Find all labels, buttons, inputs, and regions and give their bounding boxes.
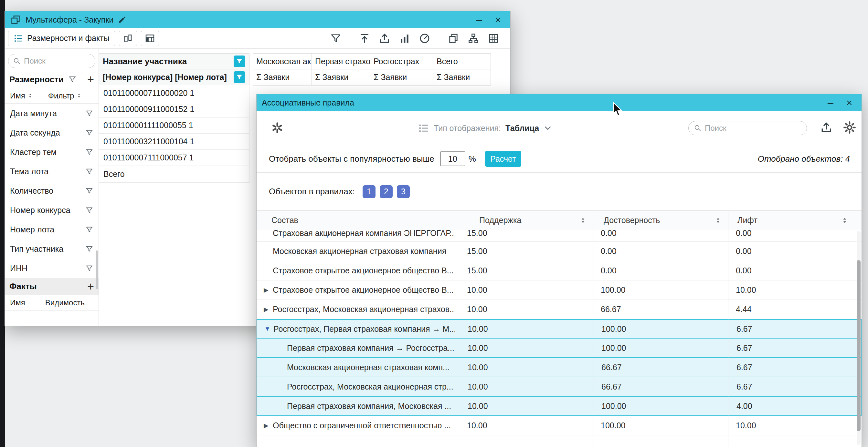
- expand-icon[interactable]: ▶: [264, 300, 269, 319]
- sidebar-item[interactable]: Номер лота: [5, 220, 99, 239]
- calc-button[interactable]: Расчет: [485, 151, 521, 167]
- close-button[interactable]: ×: [491, 12, 505, 28]
- filter-icon[interactable]: [85, 187, 93, 195]
- export-icon[interactable]: [820, 122, 833, 134]
- filter-icon[interactable]: [85, 168, 93, 176]
- dimensions-facts-button[interactable]: Размерности и факты: [8, 31, 115, 46]
- filter-icon[interactable]: [330, 33, 342, 44]
- pivot-row-subheader[interactable]: [Номер конкурса] [Номер лота]: [99, 69, 249, 85]
- sidebar-item[interactable]: Дата минута: [5, 104, 99, 123]
- objects-label: Объектов в правилах:: [269, 186, 355, 197]
- object-count-button[interactable]: 3: [397, 185, 410, 198]
- display-type-dropdown[interactable]: Тип отображения: Таблица: [418, 111, 552, 145]
- sidebar-item[interactable]: Кластер тем: [5, 142, 99, 162]
- pivot-row[interactable]: 0101100001111000055 1: [99, 117, 249, 134]
- filter-icon[interactable]: [85, 148, 93, 156]
- pivot-col-header[interactable]: Московская ак: [253, 53, 312, 69]
- filter-icon[interactable]: [85, 129, 93, 137]
- rules-row[interactable]: ▶ Общество с ограниченной ответственност…: [256, 416, 862, 435]
- rules-search-input[interactable]: [705, 124, 801, 133]
- rules-row[interactable]: ▶ Росгосстрах, Московская акционерная ст…: [256, 300, 862, 319]
- pivot-row[interactable]: 0101100000711000020 1: [99, 85, 249, 101]
- sidebar-item[interactable]: Тема лота: [5, 162, 99, 181]
- rules-minimize-button[interactable]: –: [824, 95, 838, 111]
- expand-icon[interactable]: ▶: [264, 280, 269, 300]
- popularity-input[interactable]: [440, 151, 465, 166]
- col-header-podderzhka[interactable]: Поддержка: [479, 211, 521, 230]
- rules-row[interactable]: Страховая акционерная компания ЭНЕРГОГАР…: [256, 230, 862, 242]
- pivot-grid-icon[interactable]: [488, 33, 499, 44]
- rules-scrollbar[interactable]: [857, 231, 861, 445]
- sidebar-item[interactable]: Тип участника: [5, 239, 99, 259]
- filter-icon[interactable]: [85, 109, 93, 117]
- pivot-row-label: 0101100000911000152 1: [103, 105, 194, 114]
- sidebar-item[interactable]: Количество: [5, 181, 99, 200]
- rules-close-button[interactable]: ×: [842, 95, 856, 111]
- header-filter-button[interactable]: [234, 56, 245, 67]
- import-icon[interactable]: [359, 33, 370, 44]
- dimensions-filter-icon[interactable]: [68, 75, 76, 83]
- copy-pages-icon[interactable]: [447, 33, 459, 44]
- hierarchy-icon[interactable]: [468, 33, 479, 44]
- bar-chart-icon[interactable]: [399, 33, 410, 44]
- table-structure-button[interactable]: [141, 31, 159, 46]
- sort-icon[interactable]: [580, 216, 586, 225]
- minimize-button[interactable]: –: [472, 12, 486, 28]
- sort-icon[interactable]: [76, 93, 82, 99]
- sidebar-search[interactable]: [8, 54, 95, 68]
- sidebar-search-input[interactable]: [24, 57, 91, 66]
- filter-icon[interactable]: [85, 245, 93, 253]
- edit-title-icon[interactable]: [118, 15, 126, 24]
- filter-icon[interactable]: [85, 206, 93, 214]
- pivot-col-header[interactable]: Росгосстрах: [370, 53, 433, 69]
- expand-icon[interactable]: ▶: [264, 416, 269, 435]
- col-header-lift[interactable]: Лифт: [738, 211, 757, 230]
- pivot-row[interactable]: 0101100003211000104 1: [99, 134, 249, 150]
- filter-icon[interactable]: [85, 264, 93, 272]
- rules-row[interactable]: ▶ Страховое открытое акционерное обществ…: [256, 280, 862, 300]
- scrollbar-thumb[interactable]: [857, 260, 861, 431]
- pivot-row[interactable]: 0101100007111000057 1: [99, 150, 249, 166]
- pivot-col-header[interactable]: Первая страхо: [312, 53, 370, 69]
- sidebar-item[interactable]: ИНН: [5, 259, 99, 278]
- sidebar-item[interactable]: Номер конкурса: [5, 200, 99, 220]
- sort-icon[interactable]: [841, 216, 848, 225]
- rules-titlebar[interactable]: Ассоциативные правила – ×: [256, 94, 862, 111]
- sort-icon[interactable]: [715, 216, 721, 225]
- object-count-button[interactable]: 2: [380, 185, 393, 198]
- add-dimension-button[interactable]: +: [87, 74, 94, 85]
- collapse-icon[interactable]: ▼: [265, 320, 271, 338]
- rules-row-selected[interactable]: Московская акционерная страховая комп...…: [256, 358, 862, 377]
- pivot-row-header[interactable]: Название участника: [99, 53, 249, 69]
- pivot-total-row[interactable]: Всего: [99, 166, 249, 183]
- pivot-measure[interactable]: Σ Заявки: [370, 69, 433, 85]
- header-filter-button[interactable]: [234, 71, 245, 83]
- dimensions-col-filter[interactable]: Фильтр: [48, 91, 74, 100]
- rules-row-selected[interactable]: Первая страховая компания → Росгосстра..…: [256, 339, 862, 358]
- col-header-dostovernost[interactable]: Достоверность: [603, 211, 660, 230]
- gauge-icon[interactable]: [419, 33, 430, 44]
- rules-row-selected[interactable]: ▼ Росгосстрах, Первая страховая компания…: [256, 319, 862, 339]
- filter-icon[interactable]: [85, 226, 93, 234]
- dimensions-col-name[interactable]: Имя: [10, 91, 25, 100]
- pivot-measure[interactable]: Σ Заявки: [253, 69, 312, 85]
- rules-row-selected[interactable]: Первая страховая компания, Московская ..…: [256, 397, 862, 416]
- pivot-col-header[interactable]: Всего: [433, 53, 491, 69]
- pivot-measure[interactable]: Σ Заявки: [312, 69, 370, 85]
- pivot-measure[interactable]: Σ Заявки: [433, 69, 491, 85]
- gear-icon[interactable]: [843, 121, 856, 134]
- sort-icon[interactable]: [28, 93, 33, 99]
- object-count-button[interactable]: 1: [363, 185, 375, 198]
- sidebar-item[interactable]: Дата секунда: [5, 123, 99, 142]
- swap-columns-button[interactable]: [119, 31, 137, 46]
- add-fact-button[interactable]: +: [87, 281, 94, 293]
- pivot-row[interactable]: 0101100000911000152 1: [99, 101, 249, 117]
- export-icon[interactable]: [379, 33, 391, 44]
- rules-row[interactable]: Страховое открытое акционерное общество …: [256, 261, 862, 280]
- rules-row[interactable]: Московская акционерная страховая компани…: [256, 242, 862, 261]
- rules-search[interactable]: [688, 121, 807, 135]
- rules-row-selected[interactable]: Росгосстрах, Московская акционерная стр.…: [256, 377, 862, 397]
- col-header-sostav[interactable]: Состав: [272, 211, 298, 230]
- main-titlebar[interactable]: Мультисфера - Закупки – ×: [5, 11, 510, 28]
- sidebar-scrollbar[interactable]: [96, 250, 98, 289]
